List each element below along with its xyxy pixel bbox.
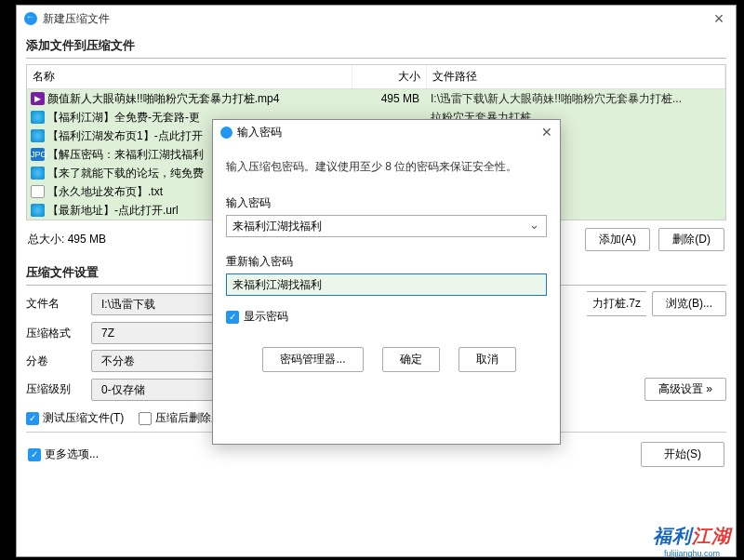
add-button[interactable]: 添加(A)	[585, 228, 650, 251]
table-row[interactable]: ▶颜值新人大眼萌妹!!啪啪粉穴无套暴力打桩.mp4495 MBI:\迅雷下载\新…	[27, 89, 725, 108]
col-path[interactable]: 文件路径	[427, 65, 725, 88]
app-icon	[24, 12, 37, 25]
confirm-password-label: 重新输入密码	[226, 254, 547, 270]
web-icon	[31, 129, 45, 142]
titlebar: 新建压缩文件 ×	[17, 6, 736, 32]
file-size: 495 MB	[352, 92, 427, 105]
checkbox-on-icon: ✓	[226, 311, 239, 324]
show-password-checkbox[interactable]: ✓ 显示密码	[226, 309, 547, 325]
cancel-button[interactable]: 取消	[458, 347, 516, 372]
window-title: 新建压缩文件	[43, 11, 710, 27]
file-name: 颜值新人大眼萌妹!!啪啪粉穴无套暴力打桩.mp4	[47, 91, 279, 107]
file-name: 【最新地址】-点此打开.url	[47, 203, 179, 219]
col-size[interactable]: 大小	[352, 65, 427, 88]
checkbox-off-icon	[139, 412, 152, 425]
web-icon	[31, 204, 45, 217]
dialog-close-icon[interactable]: ✕	[541, 125, 552, 140]
confirm-password-input[interactable]	[226, 273, 547, 296]
file-name: 【来了就能下载的论坛，纯免费	[47, 166, 204, 181]
app-icon	[220, 127, 232, 139]
checkbox-on-icon: ✓	[26, 412, 39, 425]
mp4-icon: ▶	[31, 92, 45, 105]
file-path: I:\迅雷下载\新人大眼萌妹!!啪啪粉穴无套暴力打桩...	[427, 91, 725, 107]
file-name: 【解压密码：来福利江湖找福利	[47, 147, 204, 163]
total-size-label: 总大小: 495 MB	[28, 232, 106, 247]
add-files-heading: 添加文件到压缩文件	[26, 32, 726, 59]
col-name[interactable]: 名称	[27, 65, 352, 88]
filename-tail: 力打桩.7z	[587, 291, 646, 316]
browse-button[interactable]: 浏览(B)...	[652, 291, 726, 316]
format-label: 压缩格式	[26, 326, 91, 341]
checkbox-on-icon: ✓	[28, 448, 41, 461]
delete-button[interactable]: 删除(D)	[658, 228, 724, 251]
watermark-logo: 福利江湖 fulijianghu.com	[645, 524, 738, 558]
more-options-toggle[interactable]: ✓ 更多选项...	[28, 447, 99, 462]
ok-button[interactable]: 确定	[382, 347, 440, 372]
file-name: 【福利江湖发布页1】-点此打开	[47, 128, 203, 144]
file-name: 【永久地址发布页】.txt	[47, 184, 163, 200]
file-name: 【福利江湖】全免费-无套路-更	[47, 110, 200, 126]
table-header: 名称 大小 文件路径	[27, 65, 725, 89]
dialog-hint: 输入压缩包密码。建议使用至少 8 位的密码来保证安全性。	[226, 159, 547, 175]
filename-label: 文件名	[26, 296, 91, 312]
dialog-title: 输入密码	[237, 125, 541, 140]
web-icon	[31, 167, 45, 180]
jpg-icon: JPG	[31, 148, 45, 161]
password-input[interactable]	[226, 215, 547, 237]
password-label: 输入密码	[226, 195, 547, 211]
txt-icon	[31, 185, 45, 198]
level-label: 压缩级别	[26, 381, 91, 397]
password-manager-button[interactable]: 密码管理器...	[262, 347, 363, 372]
close-icon[interactable]: ×	[710, 9, 728, 29]
volume-label: 分卷	[26, 353, 91, 369]
advanced-button[interactable]: 高级设置 »	[644, 378, 726, 401]
password-dialog: 输入密码 ✕ 输入压缩包密码。建议使用至少 8 位的密码来保证安全性。 输入密码…	[212, 119, 561, 445]
start-button[interactable]: 开始(S)	[641, 442, 724, 467]
test-checkbox[interactable]: ✓ 测试压缩文件(T)	[26, 410, 124, 426]
web-icon	[31, 111, 45, 124]
